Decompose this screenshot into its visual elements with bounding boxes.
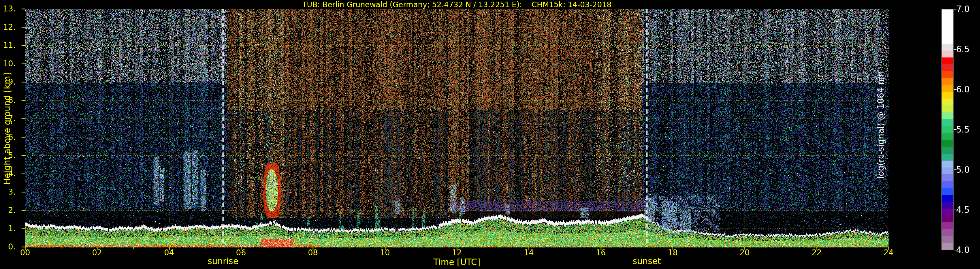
colorbar-tick-label: 7.0 xyxy=(956,5,979,14)
x-tick-label: 14 xyxy=(515,248,542,257)
x-tick-label: 10 xyxy=(372,248,398,257)
x-tick-label: 16 xyxy=(588,248,614,257)
x-tick-label: 12 xyxy=(444,248,470,257)
annotation-sunrise: sunrise xyxy=(190,256,256,266)
y-tick-label: 5. xyxy=(0,151,16,160)
x-tick-label: 22 xyxy=(803,248,830,257)
y-tick-label: 1. xyxy=(0,224,16,233)
annotation-sunset: sunset xyxy=(614,256,679,266)
y-tick-label: 13. xyxy=(0,5,16,13)
colorbar-tick-label: 4.5 xyxy=(956,205,979,215)
colorbar-label: log(rc-signal) @ 1064 nm xyxy=(876,81,974,178)
y-tick-label: 8. xyxy=(0,96,16,105)
y-tick-label: 11. xyxy=(0,41,16,49)
x-tick-label: 02 xyxy=(84,248,110,257)
ceilometer-quicklook-figure: TUB: Berlin Grunewald (Germany; 52.4732 … xyxy=(0,0,980,269)
y-tick-label: 12. xyxy=(0,23,16,31)
colorbar-tick-label: 6.5 xyxy=(956,45,979,54)
x-tick-label: 24 xyxy=(875,248,902,257)
x-axis-label: Time [UTC] xyxy=(408,257,506,267)
y-tick-label: 6. xyxy=(0,133,16,142)
x-tick-label: 00 xyxy=(12,248,38,257)
x-tick-label: 08 xyxy=(300,248,326,257)
y-tick-label: 9. xyxy=(0,78,16,86)
y-tick-label: 2. xyxy=(0,206,16,215)
heatmap-canvas xyxy=(0,0,980,269)
x-tick-label: 18 xyxy=(660,248,686,257)
colorbar-tick-label: 4.0 xyxy=(956,245,979,255)
y-tick-label: 10. xyxy=(0,59,16,68)
x-tick-label: 20 xyxy=(732,248,757,257)
x-tick-label: 06 xyxy=(228,248,254,257)
y-tick-label: 4. xyxy=(0,169,16,178)
plot-title: TUB: Berlin Grunewald (Germany; 52.4732 … xyxy=(25,0,889,9)
x-tick-label: 04 xyxy=(156,248,182,257)
y-tick-label: 7. xyxy=(0,114,16,123)
y-tick-label: 3. xyxy=(0,188,16,196)
